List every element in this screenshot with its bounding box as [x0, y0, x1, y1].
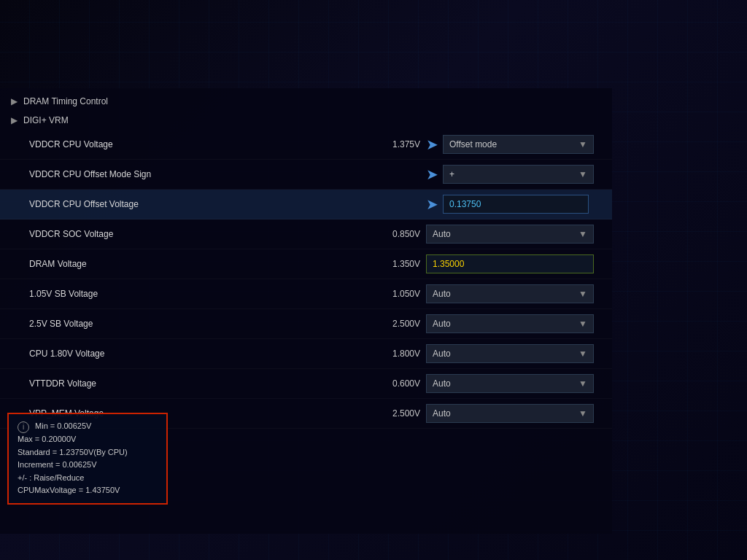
vddcr-offset-voltage-label: VDDCR CPU Offset Voltage: [29, 199, 362, 209]
chevron-down-icon: ▼: [578, 319, 587, 329]
info-box: i Min = 0.00625V Max = 0.20000V Standard…: [7, 413, 168, 505]
vddcr-cpu-voltage-control: ➤ Offset mode ▼: [426, 135, 594, 154]
info-line-4: Increment = 0.00625V: [18, 460, 97, 469]
chevron-down-icon: ▼: [578, 408, 587, 419]
vddcr-soc-control: Auto ▼: [426, 225, 594, 244]
row-vddcr-offset-voltage: VDDCR CPU Offset Voltage ➤: [0, 190, 612, 219]
chevron-down-icon: ▼: [578, 169, 587, 179]
vddcr-soc-label: VDDCR SOC Voltage: [29, 229, 362, 239]
info-line-3: Standard = 1.23750V(By CPU): [18, 448, 128, 456]
row-cpu180v-voltage: CPU 1.80V Voltage 1.800V Auto ▼: [0, 339, 612, 369]
25sb-voltage-control: Auto ▼: [426, 314, 594, 333]
chevron-down-icon: ▼: [578, 139, 587, 149]
vddcr-cpu-voltage-value: 1.375V: [362, 139, 420, 149]
settings-panel: ▶ DRAM Timing Control ▶ DIGI+ VRM VDDCR …: [0, 88, 612, 534]
vppmem-voltage-value: 2.500V: [362, 408, 420, 419]
row-105sb-voltage: 1.05V SB Voltage 1.050V Auto ▼: [0, 279, 612, 309]
info-line-6: CPUMaxVoltage = 1.43750V: [18, 486, 120, 494]
arrow-indicator-icon: ➤: [426, 166, 438, 183]
arrow-indicator-icon: ➤: [426, 136, 438, 153]
25sb-voltage-dropdown[interactable]: Auto ▼: [426, 314, 594, 333]
row-dram-voltage: DRAM Voltage 1.350V: [0, 249, 612, 279]
section-digi-label: DIGI+ VRM: [23, 115, 69, 125]
dram-voltage-label: DRAM Voltage: [29, 259, 362, 269]
vddcr-offset-voltage-input[interactable]: [443, 195, 589, 214]
row-vddcr-cpu-voltage: VDDCR CPU Voltage 1.375V ➤ Offset mode ▼: [0, 130, 612, 160]
25sb-voltage-value: 2.500V: [362, 319, 420, 329]
105sb-voltage-dropdown[interactable]: Auto ▼: [426, 284, 594, 303]
vppmem-voltage-control: Auto ▼: [426, 404, 594, 423]
info-line-1: Min = 0.00625V: [35, 421, 91, 430]
row-vttddr-voltage: VTTDDR Voltage 0.600V Auto ▼: [0, 369, 612, 399]
info-icon: i: [18, 421, 29, 433]
info-line-5: +/- : Raise/Reduce: [18, 473, 84, 482]
dram-voltage-value: 1.350V: [362, 259, 420, 269]
section-dram-timing[interactable]: ▶ DRAM Timing Control: [0, 92, 612, 111]
section-dram-label: DRAM Timing Control: [23, 96, 108, 106]
vddcr-offset-sign-label: VDDCR CPU Offset Mode Sign: [29, 169, 362, 179]
vttddr-voltage-label: VTTDDR Voltage: [29, 378, 362, 389]
info-line-2: Max = 0.20000V: [18, 435, 76, 443]
vttddr-voltage-control: Auto ▼: [426, 374, 594, 393]
vddcr-offset-voltage-control: ➤: [426, 195, 594, 214]
vddcr-offset-sign-dropdown[interactable]: + ▼: [443, 165, 594, 184]
section-arrow-icon: ▶: [11, 115, 18, 125]
section-arrow-icon: ▶: [11, 96, 18, 106]
row-vddcr-soc: VDDCR SOC Voltage 0.850V Auto ▼: [0, 219, 612, 249]
arrow-indicator-icon: ➤: [426, 195, 438, 213]
dram-voltage-input[interactable]: [426, 254, 594, 273]
105sb-voltage-control: Auto ▼: [426, 284, 594, 303]
vddcr-offset-sign-control: ➤ + ▼: [426, 165, 594, 184]
105sb-voltage-label: 1.05V SB Voltage: [29, 289, 362, 299]
vttddr-voltage-value: 0.600V: [362, 378, 420, 389]
row-vddcr-offset-sign: VDDCR CPU Offset Mode Sign ➤ + ▼: [0, 160, 612, 190]
cpu180v-voltage-control: Auto ▼: [426, 344, 594, 363]
chevron-down-icon: ▼: [578, 289, 587, 299]
section-digi-vrm[interactable]: ▶ DIGI+ VRM: [0, 111, 612, 130]
chevron-down-icon: ▼: [578, 349, 587, 359]
vddcr-cpu-voltage-label: VDDCR CPU Voltage: [29, 139, 362, 149]
105sb-voltage-value: 1.050V: [362, 289, 420, 299]
vddcr-soc-value: 0.850V: [362, 229, 420, 239]
chevron-down-icon: ▼: [578, 229, 587, 239]
cpu180v-voltage-label: CPU 1.80V Voltage: [29, 349, 362, 359]
vttddr-voltage-dropdown[interactable]: Auto ▼: [426, 374, 594, 393]
vddcr-cpu-voltage-dropdown[interactable]: Offset mode ▼: [443, 135, 594, 154]
vddcr-soc-dropdown[interactable]: Auto ▼: [426, 225, 594, 244]
row-25sb-voltage: 2.5V SB Voltage 2.500V Auto ▼: [0, 309, 612, 339]
cpu180v-voltage-dropdown[interactable]: Auto ▼: [426, 344, 594, 363]
cpu180v-voltage-value: 1.800V: [362, 349, 420, 359]
25sb-voltage-label: 2.5V SB Voltage: [29, 319, 362, 329]
vppmem-voltage-dropdown[interactable]: Auto ▼: [426, 404, 594, 423]
dram-voltage-control: [426, 254, 594, 273]
chevron-down-icon: ▼: [578, 378, 587, 389]
